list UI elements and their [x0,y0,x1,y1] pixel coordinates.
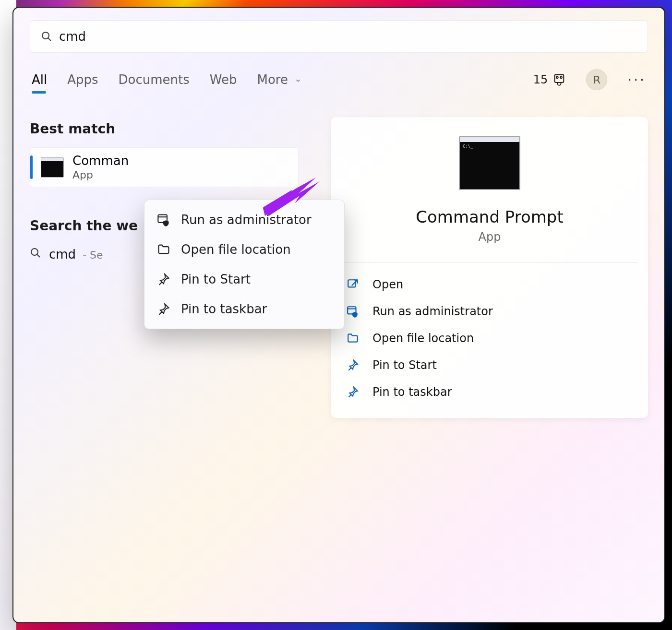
result-command-prompt[interactable]: Comman App [30,147,299,187]
svg-line-6 [37,255,40,258]
context-item-label: Open file location [181,242,291,257]
detail-action-label: Open file location [372,332,474,345]
search-input[interactable] [59,29,637,44]
pin-icon [157,302,170,316]
search-icon [41,31,52,42]
svg-point-4 [561,76,563,78]
shield-window-icon [347,305,360,318]
detail-action-open-location[interactable]: Open file location [344,325,636,352]
svg-rect-2 [555,75,564,83]
result-subtitle: App [72,169,129,181]
detail-subtitle: App [479,230,501,244]
tab-all[interactable]: All [32,72,47,87]
context-run-admin[interactable]: Run as administrator [144,205,344,235]
svg-point-3 [556,76,558,78]
start-search-panel: All Apps Documents Web More 15 R ··· [12,7,665,623]
detail-action-run-admin[interactable]: Run as administrator [344,298,636,325]
detail-action-label: Pin to taskbar [372,385,452,399]
detail-action-pin-taskbar[interactable]: Pin to taskbar [344,379,636,405]
folder-icon [157,243,170,256]
account-avatar[interactable]: R [586,69,607,90]
web-term-suffix: - Se [83,249,103,261]
tab-documents[interactable]: Documents [119,72,190,87]
context-item-label: Run as administrator [181,213,312,227]
pin-icon [347,386,360,398]
chevron-down-icon [295,77,301,84]
avatar-initial: R [593,74,600,86]
trophy-icon [552,73,566,86]
detail-action-label: Open [372,278,403,291]
detail-panel: Command Prompt App Open Run as administr… [331,117,648,418]
open-icon [347,278,360,291]
rewards-count: 15 [533,73,548,86]
svg-line-1 [48,38,51,41]
context-pin-taskbar[interactable]: Pin to taskbar [144,294,344,324]
tab-more-label: More [257,72,288,87]
svg-point-0 [42,32,49,39]
svg-point-5 [31,249,38,255]
detail-action-label: Run as administrator [372,305,493,318]
command-prompt-icon [41,157,64,178]
detail-action-open[interactable]: Open [344,271,636,298]
detail-action-label: Pin to Start [372,358,437,372]
context-item-label: Pin to taskbar [181,302,267,316]
tab-web[interactable]: Web [210,72,237,87]
search-box[interactable] [30,20,648,53]
rewards-button[interactable]: 15 [533,73,566,86]
more-options-button[interactable]: ··· [627,72,646,88]
folder-icon [347,332,360,345]
command-prompt-icon [459,136,520,190]
tab-apps[interactable]: Apps [67,72,98,87]
detail-action-pin-start[interactable]: Pin to Start [344,352,636,379]
result-title: Comman [72,154,129,168]
context-open-location[interactable]: Open file location [144,235,344,264]
pin-icon [347,359,360,371]
detail-title: Command Prompt [416,207,564,226]
shield-window-icon [157,213,170,226]
context-pin-start[interactable]: Pin to Start [144,264,344,294]
divider [342,262,637,262]
web-term: cmd [49,247,76,262]
tab-more[interactable]: More [257,72,302,87]
context-menu: Run as administrator Open file location … [144,200,345,329]
pin-icon [157,273,170,286]
context-item-label: Pin to Start [181,272,251,286]
filter-tabs: All Apps Documents Web More 15 R ··· [30,69,648,90]
best-match-heading: Best match [30,121,318,137]
search-icon [30,247,42,259]
